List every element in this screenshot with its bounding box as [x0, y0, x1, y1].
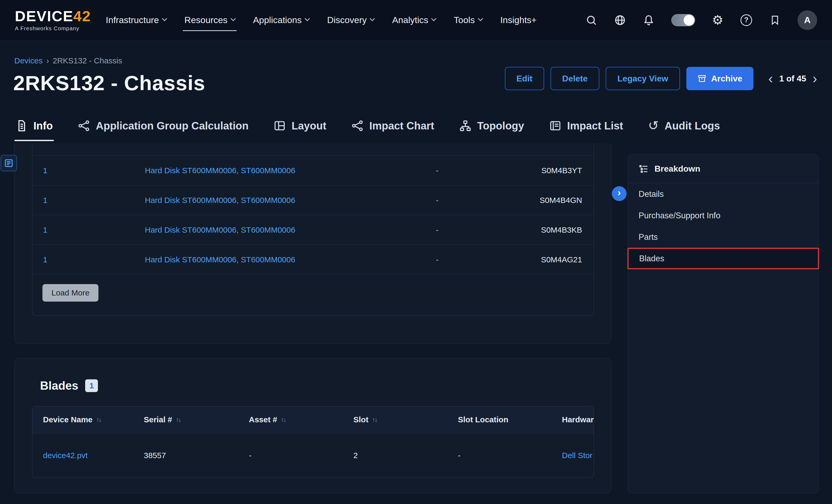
part-name-link[interactable]: Hard Disk ST600MM0006, ST600MM0006	[145, 255, 392, 264]
sidebar-item-blades[interactable]: Blades	[627, 248, 819, 269]
chevron-down-icon	[305, 16, 310, 21]
part-asset: -	[392, 255, 482, 264]
device42-logo[interactable]: DEVICE42 A Freshworks Company	[15, 9, 91, 32]
blades-title: Blades	[40, 379, 78, 392]
col-hardware: Hardwar	[562, 415, 594, 424]
top-nav: DEVICE42 A Freshworks Company Infrastruc…	[0, 0, 832, 40]
action-bar: Edit Delete Legacy View Archive ‹ 1 of 4…	[505, 67, 818, 90]
table-row-partial	[32, 143, 594, 155]
blade-device-link[interactable]: device42.pvt	[32, 451, 144, 460]
blades-count-badge: 1	[85, 379, 98, 392]
side-panel-toggle[interactable]	[1, 155, 17, 171]
tab-application-group-calculation[interactable]: Application Group Calculation	[77, 110, 250, 141]
menu-insights[interactable]: Insights+	[500, 0, 537, 40]
sidebar-item-purchase-support[interactable]: Purchase/Support Info	[628, 205, 818, 226]
tab-info[interactable]: Info	[14, 110, 54, 141]
pagination: ‹ 1 of 45 ›	[767, 72, 818, 85]
theme-toggle[interactable]	[671, 14, 695, 26]
part-qty-link[interactable]: 1	[32, 166, 145, 175]
table-row: 1 Hard Disk ST600MM0006, ST600MM0006 - S…	[32, 215, 594, 244]
sitemap-icon	[459, 120, 471, 132]
menu-tools[interactable]: Tools	[454, 0, 482, 40]
avatar[interactable]: A	[798, 10, 817, 30]
layout-icon	[274, 120, 286, 132]
col-asset[interactable]: Asset #↑↓	[249, 415, 354, 424]
archive-button[interactable]: Archive	[686, 67, 753, 90]
tab-bar: Info Application Group Calculation Layou…	[14, 110, 721, 141]
workflow-icon	[351, 120, 363, 132]
bell-icon[interactable]	[643, 14, 655, 26]
pagination-text: 1 of 45	[779, 74, 806, 84]
col-device-name[interactable]: Device Name↑↓	[32, 415, 144, 424]
sort-icon[interactable]: ↑↓	[176, 416, 181, 423]
blade-serial: 38557	[144, 451, 249, 460]
menu-applications[interactable]: Applications	[253, 0, 309, 40]
tab-topology[interactable]: Topology	[458, 110, 525, 141]
part-serial: S0M4B4GN	[482, 196, 594, 205]
tab-layout[interactable]: Layout	[272, 110, 328, 141]
breadcrumb-current: 2RKS132 - Chassis	[53, 56, 122, 65]
table-footer: Load More	[32, 274, 594, 315]
part-name-link[interactable]: Hard Disk ST600MM0006, ST600MM0006	[145, 166, 392, 175]
col-serial[interactable]: Serial #↑↓	[144, 415, 249, 424]
part-asset: -	[392, 226, 482, 235]
part-name-link[interactable]: Hard Disk ST600MM0006, ST600MM0006	[145, 226, 392, 235]
part-qty-link[interactable]: 1	[32, 196, 145, 205]
table-row: 1 Hard Disk ST600MM0006, ST600MM0006 - S…	[32, 155, 594, 185]
edit-button[interactable]: Edit	[505, 67, 544, 90]
next-page-icon[interactable]: ›	[812, 72, 818, 85]
breakdown-header: Breakdown	[628, 155, 818, 183]
col-slot[interactable]: Slot↑↓	[354, 415, 458, 424]
document-icon	[16, 120, 28, 132]
load-more-button[interactable]: Load More	[43, 284, 99, 301]
logo-subtitle: A Freshworks Company	[15, 25, 91, 32]
part-asset: -	[392, 196, 482, 205]
blades-table: Device Name↑↓ Serial #↑↓ Asset #↑↓ Slot↑…	[32, 406, 594, 478]
list-tree-icon	[639, 164, 649, 174]
menu-analytics[interactable]: Analytics	[392, 0, 436, 40]
chevron-down-icon	[162, 16, 167, 21]
blades-table-header: Device Name↑↓ Serial #↑↓ Asset #↑↓ Slot↑…	[32, 406, 594, 433]
search-icon[interactable]	[585, 14, 597, 26]
breakdown-panel: Breakdown Details Purchase/Support Info …	[628, 154, 819, 494]
table-row: 1 Hard Disk ST600MM0006, ST600MM0006 - S…	[32, 185, 594, 215]
sort-icon[interactable]: ↑↓	[372, 416, 377, 423]
workflow-icon	[78, 120, 90, 132]
chevron-down-icon	[231, 16, 236, 21]
menu-infrastructure[interactable]: Infrastructure	[106, 0, 166, 40]
help-icon[interactable]: ?	[740, 14, 752, 26]
tab-audit-logs[interactable]: ↺ Audit Logs	[647, 110, 721, 141]
bookmark-icon[interactable]	[769, 14, 781, 26]
breadcrumb-separator: ›	[47, 56, 49, 65]
part-qty-link[interactable]: 1	[32, 255, 145, 264]
sidebar-item-parts[interactable]: Parts	[628, 226, 818, 248]
sidebar-item-details[interactable]: Details	[628, 183, 818, 205]
page-title: 2RKS132 - Chassis	[13, 71, 205, 95]
gear-icon[interactable]: ⚙	[711, 14, 724, 26]
logo-text: DEVICE42	[15, 9, 91, 24]
breadcrumb-devices[interactable]: Devices	[14, 56, 43, 65]
tab-impact-list[interactable]: Impact List	[548, 110, 624, 141]
prev-page-icon[interactable]: ‹	[767, 72, 774, 85]
sort-icon[interactable]: ↑↓	[96, 416, 101, 423]
legacy-view-button[interactable]: Legacy View	[606, 67, 680, 90]
menu-resources[interactable]: Resources	[184, 0, 235, 40]
blades-card: Blades 1 Device Name↑↓ Serial #↑↓ Asset …	[14, 358, 611, 494]
menu-discovery[interactable]: Discovery	[327, 0, 374, 40]
globe-icon[interactable]	[614, 14, 626, 26]
tab-impact-chart[interactable]: Impact Chart	[350, 110, 435, 141]
parts-table: 1 Hard Disk ST600MM0006, ST600MM0006 - S…	[32, 143, 594, 316]
parts-card: 1 Hard Disk ST600MM0006, ST600MM0006 - S…	[14, 143, 611, 344]
part-qty-link[interactable]: 1	[32, 226, 145, 235]
part-name-link[interactable]: Hard Disk ST600MM0006, ST600MM0006	[145, 196, 392, 205]
blade-asset: -	[249, 451, 354, 460]
chevron-down-icon	[478, 16, 483, 21]
delete-button[interactable]: Delete	[550, 67, 599, 90]
sort-icon[interactable]: ↑↓	[281, 416, 286, 423]
nav-right-icons: ⚙ ? A	[585, 10, 817, 30]
table-row: 1 Hard Disk ST600MM0006, ST600MM0006 - S…	[32, 244, 594, 274]
chevron-right-icon: ›	[618, 187, 621, 198]
main-menu: Infrastructure Resources Applications Di…	[106, 0, 537, 40]
sidebar-collapse-button[interactable]: ›	[612, 186, 627, 201]
blade-hardware-link[interactable]: Dell Stor	[562, 451, 594, 460]
